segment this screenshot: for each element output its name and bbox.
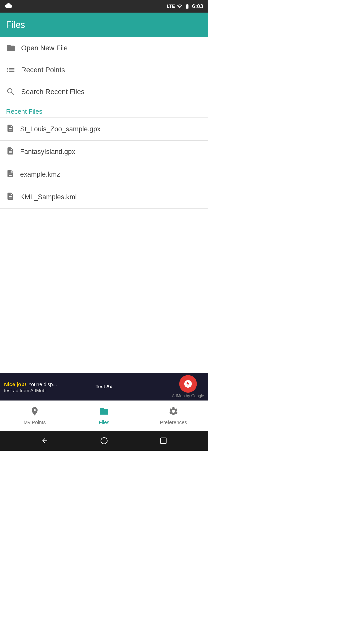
file-item-3[interactable]: KML_Samples.kml <box>0 186 208 209</box>
menu-item-recent-points[interactable]: Recent Points <box>0 59 208 81</box>
battery-icon <box>185 4 190 9</box>
content-area <box>0 291 208 373</box>
file-item-0[interactable]: St_Louis_Zoo_sample.gpx <box>0 118 208 141</box>
file-item-2[interactable]: example.kmz <box>0 163 208 186</box>
file-icon-1 <box>6 146 15 157</box>
nav-item-files[interactable]: Files <box>69 401 139 431</box>
file-name-3: KML_Samples.kml <box>20 193 77 201</box>
ad-nice-job-label: Nice job! <box>4 381 26 387</box>
recent-apps-button[interactable] <box>159 436 168 446</box>
list-icon <box>6 65 16 75</box>
page-title: Files <box>6 20 25 30</box>
section-title-recent-files: Recent Files <box>6 108 42 115</box>
nav-item-preferences[interactable]: Preferences <box>139 401 208 431</box>
recent-files-section-header: Recent Files <box>0 103 208 118</box>
bottom-navigation: My Points Files Preferences <box>0 400 208 431</box>
location-icon <box>30 406 40 418</box>
nav-label-preferences: Preferences <box>160 420 187 425</box>
file-icon-2 <box>6 169 15 180</box>
svg-point-0 <box>101 438 107 444</box>
search-icon <box>6 87 16 97</box>
menu-item-open-new-file[interactable]: Open New File <box>0 37 208 59</box>
folder-nav-icon <box>99 406 109 418</box>
android-navigation-bar <box>0 431 208 451</box>
nav-item-my-points[interactable]: My Points <box>0 401 69 431</box>
menu-label-open-new-file: Open New File <box>21 44 68 52</box>
gear-icon <box>168 406 178 418</box>
file-icon-0 <box>6 124 15 135</box>
home-button[interactable] <box>99 436 109 446</box>
menu-label-recent-points: Recent Points <box>21 66 65 74</box>
file-icon-3 <box>6 191 15 203</box>
menu-list: Open New File Recent Points Search Recen… <box>0 37 208 103</box>
ad-nice-job-text: Nice job! You're disp... <box>4 380 172 388</box>
ad-subtitle: test ad from AdMob. <box>4 388 172 393</box>
file-name-0: St_Louis_Zoo_sample.gpx <box>20 125 101 133</box>
status-time: 6:03 <box>192 3 203 10</box>
lte-indicator: LTE <box>167 4 175 9</box>
file-list: St_Louis_Zoo_sample.gpx FantasyIsland.gp… <box>0 118 208 291</box>
file-name-2: example.kmz <box>20 171 60 178</box>
menu-label-search-recent-files: Search Recent Files <box>21 88 84 96</box>
ad-logo <box>179 375 197 393</box>
ad-right: AdMob by Google <box>172 375 204 398</box>
menu-item-search-recent-files[interactable]: Search Recent Files <box>0 81 208 103</box>
app-logo <box>5 2 12 11</box>
ad-test-label: Test Ad <box>96 384 113 389</box>
nav-label-my-points: My Points <box>24 420 46 425</box>
status-bar: LTE 6:03 <box>0 0 208 13</box>
ad-banner[interactable]: Nice job! You're disp... Test Ad test ad… <box>0 373 208 400</box>
app-header: Files <box>0 13 208 37</box>
file-item-1[interactable]: FantasyIsland.gpx <box>0 141 208 163</box>
signal-icon <box>177 4 183 9</box>
ad-admob-label: AdMob by Google <box>172 394 204 398</box>
ad-desc: You're disp... <box>28 382 57 387</box>
svg-rect-1 <box>161 438 166 444</box>
file-name-1: FantasyIsland.gpx <box>20 148 75 156</box>
ad-text-area: Nice job! You're disp... Test Ad test ad… <box>4 380 172 393</box>
nav-label-files: Files <box>99 420 109 425</box>
status-icons: LTE 6:03 <box>167 3 203 10</box>
folder-icon <box>6 43 16 53</box>
back-button[interactable] <box>40 436 50 446</box>
